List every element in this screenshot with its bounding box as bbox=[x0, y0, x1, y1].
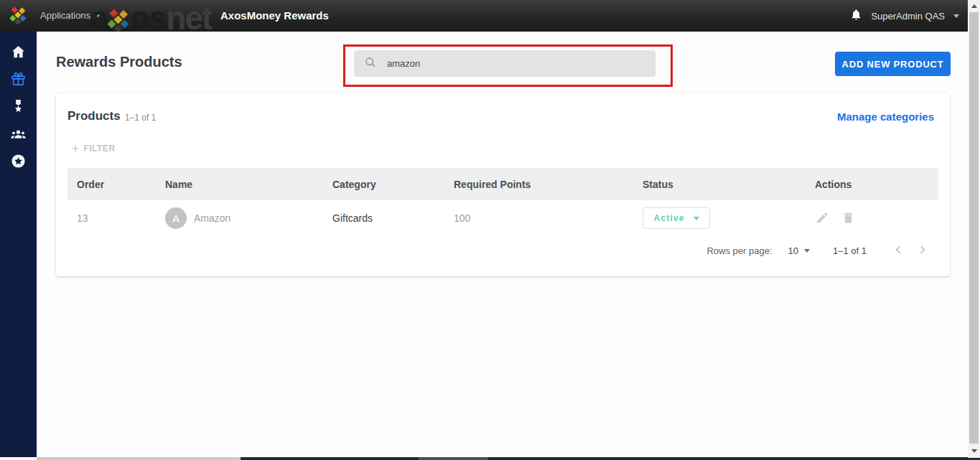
trash-icon bbox=[841, 211, 855, 225]
sidebar-item-users[interactable] bbox=[0, 120, 37, 147]
rows-per-page-chevron-down-icon bbox=[804, 249, 810, 253]
search-icon bbox=[364, 56, 377, 72]
applications-label: Applications bbox=[40, 10, 90, 21]
vertical-scrollbar-thumb[interactable] bbox=[969, 12, 979, 443]
notifications-bell-icon[interactable] bbox=[850, 8, 862, 24]
delete-button[interactable] bbox=[841, 211, 855, 225]
column-header-name: Name bbox=[156, 179, 323, 190]
search-box[interactable] bbox=[354, 50, 655, 77]
status-chevron-down-icon bbox=[694, 217, 699, 220]
cell-category: Giftcards bbox=[323, 212, 444, 224]
filter-label: FILTER bbox=[83, 144, 115, 154]
avatar: A bbox=[165, 207, 187, 229]
horizontal-scrollbar-track[interactable] bbox=[241, 457, 419, 460]
vertical-scrollbar[interactable] bbox=[968, 0, 980, 460]
column-header-order: Order bbox=[67, 179, 156, 190]
cell-status: Active bbox=[633, 207, 806, 229]
column-header-status: Status bbox=[633, 179, 806, 190]
rows-per-page-select[interactable]: 10 bbox=[788, 245, 810, 256]
edit-button[interactable] bbox=[815, 211, 829, 225]
chevron-right-icon bbox=[915, 242, 930, 258]
column-header-category: Category bbox=[323, 179, 444, 190]
people-icon bbox=[10, 126, 27, 142]
pagination: Rows per page: 10 1–1 of 1 bbox=[706, 240, 931, 261]
add-new-product-button[interactable]: ADD NEW PRODUCT bbox=[835, 52, 951, 76]
home-icon bbox=[10, 44, 27, 60]
next-page-button[interactable] bbox=[914, 242, 931, 259]
gift-icon bbox=[10, 71, 27, 88]
sidebar-item-points[interactable] bbox=[0, 147, 37, 174]
cell-required-points: 100 bbox=[444, 212, 633, 224]
rows-per-page-label: Rows per page: bbox=[706, 245, 772, 256]
horizontal-scrollbar-track-right[interactable] bbox=[488, 457, 968, 460]
axosnet-logo-icon bbox=[9, 6, 29, 26]
card-title: Products bbox=[67, 109, 121, 123]
table-row: 13 A Amazon Giftcards 100 Active bbox=[67, 200, 938, 236]
column-header-actions: Actions bbox=[806, 179, 938, 190]
watermark-pre: a bbox=[90, 0, 108, 32]
watermark-mid: os bbox=[131, 0, 167, 32]
card-count: 1–1 of 1 bbox=[125, 113, 156, 123]
column-header-required-points: Required Points bbox=[444, 179, 633, 190]
status-dropdown[interactable]: Active bbox=[643, 207, 710, 229]
sidebar-item-rewards[interactable] bbox=[0, 65, 37, 93]
user-name: SuperAdmin QAS bbox=[871, 11, 945, 22]
search-input[interactable] bbox=[387, 58, 645, 69]
filter-button[interactable]: + FILTER bbox=[72, 144, 116, 154]
rows-per-page-value: 10 bbox=[788, 245, 798, 256]
medal-icon bbox=[10, 98, 27, 115]
user-chevron-down-icon bbox=[953, 14, 959, 18]
top-bar: Applications aosnet AxosMoney Rewards Su… bbox=[0, 0, 968, 32]
scroll-up-button[interactable] bbox=[968, 0, 980, 12]
previous-page-button[interactable] bbox=[890, 242, 907, 259]
page-title: Rewards Products bbox=[56, 54, 182, 70]
manage-categories-link[interactable]: Manage categories bbox=[837, 111, 934, 123]
triangle-up-icon bbox=[971, 4, 977, 8]
product-name: Amazon bbox=[194, 212, 230, 224]
horizontal-scrollbar-track-left[interactable] bbox=[37, 457, 241, 460]
status-label: Active bbox=[653, 213, 684, 223]
sidebar-item-home[interactable] bbox=[0, 38, 37, 65]
user-menu[interactable]: SuperAdmin QAS bbox=[850, 0, 959, 32]
horizontal-scrollbar-thumb[interactable] bbox=[419, 457, 488, 460]
app-title: AxosMoney Rewards bbox=[220, 9, 329, 22]
scroll-down-button[interactable] bbox=[968, 443, 980, 458]
star-circle-icon bbox=[10, 153, 27, 169]
main-content: Rewards Products ADD NEW PRODUCT Product… bbox=[37, 32, 968, 457]
cell-actions bbox=[806, 211, 938, 225]
chevron-left-icon bbox=[890, 242, 906, 258]
pagination-range: 1–1 of 1 bbox=[833, 245, 867, 256]
triangle-down-icon bbox=[971, 449, 977, 453]
sidebar-nav bbox=[0, 32, 37, 457]
cell-name: A Amazon bbox=[156, 207, 323, 229]
watermark-suffix: net bbox=[166, 0, 211, 32]
pencil-icon bbox=[816, 211, 829, 225]
watermark-pinwheel-icon bbox=[106, 8, 132, 32]
products-card: Products 1–1 of 1 Manage categories + FI… bbox=[56, 93, 950, 276]
table-header: Order Name Category Required Points Stat… bbox=[67, 168, 938, 200]
sidebar-item-achievements[interactable] bbox=[0, 93, 37, 120]
cell-order: 13 bbox=[67, 212, 156, 224]
plus-icon: + bbox=[72, 144, 79, 153]
axosnet-watermark: aosnet bbox=[90, 0, 211, 32]
